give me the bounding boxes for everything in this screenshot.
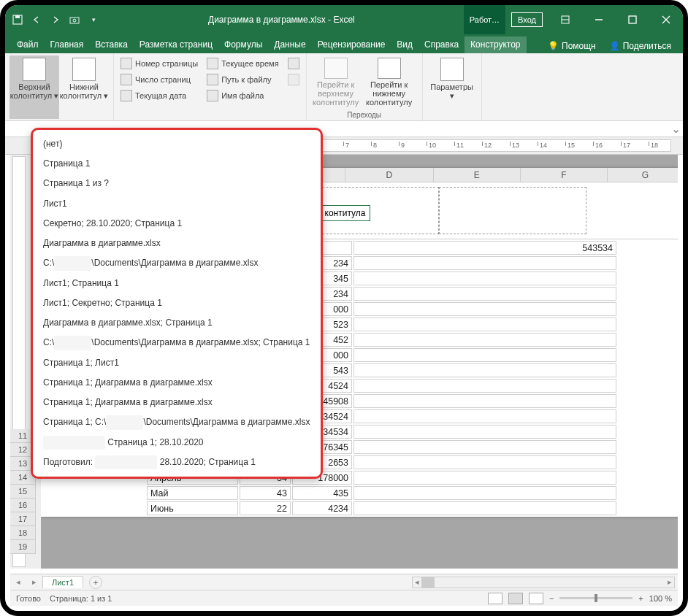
header-preset-dropdown[interactable]: (нет)Страница 1Страница 1 из ?Лист1 Секр… xyxy=(31,128,323,479)
maximize-button[interactable] xyxy=(616,5,649,34)
undo-icon[interactable] xyxy=(31,14,42,26)
tab-help[interactable]: Справка xyxy=(418,36,465,53)
dropdown-item[interactable]: Страница 1; Диаграмма в диаграмме.xlsx xyxy=(33,393,321,412)
dropdown-item[interactable]: Страница 1 xyxy=(33,154,321,174)
sheet-nav-prev-icon[interactable]: ◂ xyxy=(10,577,26,587)
save-icon[interactable] xyxy=(12,14,23,26)
svg-rect-6 xyxy=(629,16,636,23)
tab-pagelayout[interactable]: Разметка страниц xyxy=(134,36,218,53)
row-header[interactable]: 19 xyxy=(10,540,35,554)
close-button[interactable] xyxy=(649,5,683,34)
zoom-in-button[interactable]: + xyxy=(638,594,643,603)
row-header[interactable]: 16 xyxy=(10,498,35,512)
dropdown-item[interactable]: C:\██████\Documents\Диаграмма в диаграмм… xyxy=(33,333,321,353)
dropdown-item[interactable]: Страница 1; Лист1 xyxy=(33,353,321,373)
dropdown-item[interactable]: Секретно; 28.10.2020; Страница 1 xyxy=(33,214,321,234)
dropdown-item[interactable]: ██████████ Страница 1; 28.10.2020 xyxy=(33,433,321,453)
file-name-button[interactable]: Имя файла xyxy=(205,88,280,104)
zoom-level[interactable]: 100 % xyxy=(649,594,672,603)
page-footer-icon xyxy=(72,58,96,81)
account-work-badge[interactable]: Работ… xyxy=(464,5,505,34)
gear-icon xyxy=(440,58,464,81)
title-bar: ▾ Диаграмма в диаграмме.xlsx - Excel Раб… xyxy=(5,5,683,34)
dropdown-item[interactable]: Страница 1; Диаграмма в диаграмме.xlsx xyxy=(33,373,321,393)
tell-me-button[interactable]: 💡Помощн xyxy=(543,39,600,53)
tab-insert[interactable]: Вставка xyxy=(89,36,134,53)
horizontal-scrollbar[interactable]: ◂▸ xyxy=(412,577,675,588)
current-date-button[interactable]: Текущая дата xyxy=(118,88,200,104)
share-button[interactable]: 👤Поделиться xyxy=(605,39,676,53)
dropdown-item[interactable]: Подготовил: ██████████ 28.10.2020; Стран… xyxy=(33,453,321,472)
parameters-button[interactable]: Параметры▾ xyxy=(427,55,477,102)
svg-point-3 xyxy=(73,19,76,22)
ribbon: Верхнийколонтитул ▾ Нижнийколонтитул ▾ Н… xyxy=(5,53,683,121)
add-sheet-button[interactable]: + xyxy=(89,576,102,589)
status-bar: Готово Страница: 1 из 1 − + 100 % xyxy=(10,590,678,606)
dropdown-item[interactable]: Лист1; Секретно; Страница 1 xyxy=(33,293,321,313)
view-pagelayout-icon[interactable] xyxy=(508,593,523,604)
ribbon-options-icon[interactable] xyxy=(549,5,582,34)
dropdown-item[interactable]: Лист1 xyxy=(33,194,321,214)
bulb-icon: 💡 xyxy=(548,41,559,51)
status-page: Страница: 1 из 1 xyxy=(50,594,112,603)
minimize-button[interactable] xyxy=(582,5,616,34)
sheet-tab-bar: ◂ ▸ Лист1 + ◂▸ xyxy=(10,574,678,590)
status-ready: Готово xyxy=(16,594,41,603)
dropdown-item[interactable]: Страница 1; C:\██████\Documents\Диаграмм… xyxy=(33,412,321,432)
header-dropdown-button[interactable]: Верхнийколонтитул ▾ xyxy=(9,55,59,119)
goto-footer-button[interactable]: Перейти к нижнемуколонтитулу xyxy=(361,55,418,109)
arrow-down-page-icon xyxy=(378,58,401,79)
page-count-button[interactable]: Число страниц xyxy=(118,72,200,88)
row-header[interactable]: 18 xyxy=(10,526,35,540)
picture-icon xyxy=(288,58,299,69)
ribbon-tabs: Файл Главная Вставка Разметка страниц Фо… xyxy=(5,34,683,53)
tab-file[interactable]: Файл xyxy=(11,36,45,53)
qat-dropdown-icon[interactable]: ▾ xyxy=(88,14,99,26)
arrow-up-page-icon xyxy=(324,58,348,79)
footer-dropdown-button[interactable]: Нижнийколонтитул ▾ xyxy=(59,55,109,119)
row-header[interactable]: 17 xyxy=(10,512,35,526)
dropdown-item[interactable]: Лист1; Страница 1 xyxy=(33,274,321,293)
dropdown-item[interactable]: Диаграмма в диаграмме.xlsx; Страница 1 xyxy=(33,313,321,333)
sheet-nav-next-icon[interactable]: ▸ xyxy=(26,577,42,587)
tab-data[interactable]: Данные xyxy=(268,36,311,53)
expand-formula-icon[interactable]: ⌄ xyxy=(668,122,683,136)
tab-formulas[interactable]: Формулы xyxy=(218,36,268,53)
current-time-button[interactable]: Текущее время xyxy=(205,55,280,72)
page-number-button[interactable]: Номер страницы xyxy=(118,55,200,72)
tab-design[interactable]: Конструктор xyxy=(465,36,526,53)
calendar-icon xyxy=(121,90,132,101)
tab-home[interactable]: Главная xyxy=(45,36,90,53)
sheet-tab[interactable]: Лист1 xyxy=(42,576,83,588)
hash-icon xyxy=(121,74,132,85)
sign-in-button[interactable]: Вход xyxy=(511,12,543,27)
excel-file-icon xyxy=(207,90,218,101)
person-icon: 👤 xyxy=(609,41,620,51)
ribbon-group-label: Переходы xyxy=(307,111,422,119)
dropdown-item[interactable]: (нет) xyxy=(33,134,321,154)
page-header-icon xyxy=(23,58,46,81)
tab-view[interactable]: Вид xyxy=(391,36,418,53)
hash-icon xyxy=(121,58,132,69)
zoom-slider[interactable] xyxy=(559,597,632,599)
format-picture-button xyxy=(286,72,302,88)
view-pagebreak-icon[interactable] xyxy=(529,593,543,604)
tab-review[interactable]: Рецензирование xyxy=(312,36,391,53)
dropdown-item[interactable]: C:\██████\Documents\Диаграмма в диаграмм… xyxy=(33,253,321,273)
format-picture-icon xyxy=(288,74,299,85)
row-header[interactable]: 15 xyxy=(10,485,35,498)
picture-button[interactable] xyxy=(286,55,302,72)
svg-rect-2 xyxy=(70,18,79,23)
table-row[interactable]: Май43435 xyxy=(147,486,616,500)
table-row[interactable]: Июнь224234 xyxy=(147,501,616,515)
dropdown-item[interactable]: Страница 1 из ? xyxy=(33,174,321,193)
file-path-button[interactable]: Путь к файлу xyxy=(205,72,280,88)
view-normal-icon[interactable] xyxy=(488,593,502,604)
dropdown-item[interactable]: Диаграмма в диаграмме.xlsx xyxy=(33,234,321,253)
redo-icon[interactable] xyxy=(50,14,61,26)
goto-header-button: Перейти к верхнемуколонтитулу xyxy=(311,55,361,109)
zoom-out-button[interactable]: − xyxy=(549,594,554,603)
svg-rect-1 xyxy=(15,15,20,18)
folder-icon xyxy=(207,74,218,85)
camera-icon[interactable] xyxy=(69,14,80,26)
